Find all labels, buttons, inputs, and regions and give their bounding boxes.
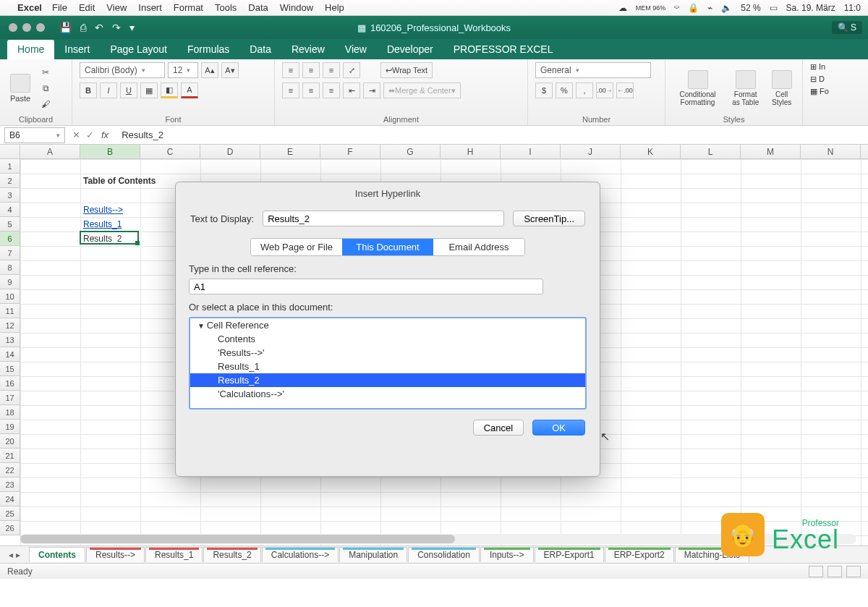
align-top-icon[interactable]: ≡	[282, 62, 299, 78]
align-center-icon[interactable]: ≡	[302, 82, 320, 98]
copy-icon[interactable]: ⧉	[38, 82, 54, 95]
row-header-19[interactable]: 19	[0, 420, 20, 434]
sheet-tab-results-2[interactable]: Results_2	[203, 547, 260, 562]
menu-tools[interactable]: Tools	[215, 2, 237, 13]
text-to-display-input[interactable]	[263, 211, 504, 226]
conditional-formatting-button[interactable]: Conditional Formatting	[673, 69, 723, 108]
cloud-icon[interactable]: ☁	[618, 3, 627, 13]
cancel-button[interactable]: Cancel	[473, 420, 524, 436]
column-header-C[interactable]: C	[140, 145, 200, 158]
row-header-5[interactable]: 5	[0, 217, 20, 232]
document-places-list[interactable]: Cell Reference Contents'Results-->'Resul…	[189, 317, 587, 409]
row-header-8[interactable]: 8	[0, 260, 20, 275]
sheet-tab-results-1[interactable]: Results_1	[145, 547, 203, 562]
tab-review[interactable]: Review	[281, 40, 335, 59]
row-header-16[interactable]: 16	[0, 376, 20, 391]
row-header-25[interactable]: 25	[0, 506, 20, 521]
tab-email-address[interactable]: Email Address	[433, 239, 524, 255]
column-header-L[interactable]: L	[681, 145, 741, 158]
screentip-button[interactable]: ScreenTip...	[513, 211, 585, 226]
sheet-tab-contents[interactable]: Contents	[29, 547, 85, 562]
menu-insert[interactable]: Insert	[138, 2, 162, 13]
normal-view-button[interactable]	[809, 566, 823, 577]
tab-page-layout[interactable]: Page Layout	[100, 40, 177, 59]
tab-home[interactable]: Home	[7, 40, 54, 59]
align-right-icon[interactable]: ≡	[323, 82, 340, 98]
column-header-H[interactable]: H	[441, 145, 501, 158]
tab-view[interactable]: View	[335, 40, 377, 59]
comma-icon[interactable]: ,	[576, 82, 593, 98]
ok-button[interactable]: OK	[532, 420, 585, 436]
tab-professor-excel[interactable]: PROFESSOR EXCEL	[443, 40, 563, 59]
sheet-nav-next-icon[interactable]: ▸	[16, 550, 20, 560]
row-header-12[interactable]: 12	[0, 318, 20, 333]
undo-icon[interactable]: ↶	[95, 22, 103, 33]
sheet-tab-inputs---[interactable]: Inputs-->	[480, 547, 534, 562]
sheet-tab-results---[interactable]: Results-->	[86, 547, 145, 562]
tab-insert[interactable]: Insert	[54, 40, 100, 59]
percent-icon[interactable]: %	[556, 82, 573, 98]
italic-button[interactable]: I	[100, 82, 117, 98]
row-header-2[interactable]: 2	[0, 174, 20, 188]
column-header-B[interactable]: B	[80, 145, 140, 158]
column-header-G[interactable]: G	[380, 145, 441, 158]
row-header-15[interactable]: 15	[0, 362, 20, 376]
sheet-tab-consolidation[interactable]: Consolidation	[408, 547, 480, 562]
sheet-tab-erp-export2[interactable]: ERP-Export2	[605, 547, 674, 562]
paste-button[interactable]: Paste	[7, 72, 33, 104]
menu-view[interactable]: View	[106, 2, 127, 13]
menu-file[interactable]: File	[52, 2, 67, 13]
row-header-23[interactable]: 23	[0, 477, 20, 492]
row-header-10[interactable]: 10	[0, 289, 20, 304]
tab-this-document[interactable]: This Document	[342, 239, 433, 255]
app-name[interactable]: Excel	[17, 2, 42, 13]
fill-color-icon[interactable]: ◧	[161, 82, 178, 98]
column-header-J[interactable]: J	[561, 145, 621, 158]
minimize-window-button[interactable]	[22, 23, 31, 32]
list-item[interactable]: 'Results-->'	[190, 346, 585, 360]
align-middle-icon[interactable]: ≡	[302, 62, 320, 78]
decrease-decimal-icon[interactable]: ←.00	[616, 82, 634, 98]
row-header-4[interactable]: 4	[0, 203, 20, 217]
volume-icon[interactable]: 🔈	[721, 3, 732, 13]
wifi-icon[interactable]: ⌔	[674, 3, 679, 13]
page-layout-view-button[interactable]	[827, 566, 842, 577]
fx-icon[interactable]: fx	[101, 130, 109, 140]
row-header-7[interactable]: 7	[0, 246, 20, 260]
tab-web-page[interactable]: Web Page or File	[251, 239, 342, 255]
font-size-combo[interactable]: 12▾	[168, 62, 198, 78]
merge-center-button[interactable]: ⬌ Merge & Center ▾	[383, 82, 461, 98]
list-header[interactable]: Cell Reference	[190, 318, 585, 332]
row-header-13[interactable]: 13	[0, 333, 20, 347]
number-format-combo[interactable]: General▾	[535, 62, 651, 78]
wrap-text-button[interactable]: ↩ Wrap Text	[380, 62, 433, 78]
menu-format[interactable]: Format	[174, 2, 203, 13]
save-icon[interactable]: 💾	[59, 22, 72, 33]
redo-icon[interactable]: ↷	[112, 22, 121, 33]
sheet-tab-manipulation[interactable]: Manipulation	[339, 547, 407, 562]
menu-edit[interactable]: Edit	[79, 2, 95, 13]
align-bottom-icon[interactable]: ≡	[323, 62, 340, 78]
font-name-combo[interactable]: Calibri (Body)▾	[80, 62, 165, 78]
bluetooth-icon[interactable]: ⌁	[707, 3, 712, 13]
column-header-N[interactable]: N	[801, 145, 861, 158]
row-header-3[interactable]: 3	[0, 188, 20, 203]
sheet-tab-erp-export1[interactable]: ERP-Export1	[535, 547, 604, 562]
decrease-indent-icon[interactable]: ⇤	[343, 82, 360, 98]
increase-decimal-icon[interactable]: .00→	[596, 82, 613, 98]
format-cells-button[interactable]: ▦ Fo	[810, 87, 829, 96]
lock-icon[interactable]: 🔒	[688, 3, 699, 13]
cell-styles-button[interactable]: Cell Styles	[768, 69, 795, 108]
row-header-9[interactable]: 9	[0, 275, 20, 289]
page-break-view-button[interactable]	[846, 566, 861, 577]
delete-cells-button[interactable]: ⊟ D	[810, 75, 825, 84]
row-header-24[interactable]: 24	[0, 492, 20, 506]
cancel-formula-icon[interactable]: ✕	[72, 130, 80, 140]
row-header-21[interactable]: 21	[0, 449, 20, 463]
column-header-M[interactable]: M	[741, 145, 801, 158]
list-item[interactable]: Results_2	[190, 373, 585, 387]
insert-cells-button[interactable]: ⊞ In	[810, 62, 825, 72]
underline-button[interactable]: U	[120, 82, 137, 98]
menu-window[interactable]: Window	[280, 2, 313, 13]
orientation-icon[interactable]: ⤢	[343, 62, 360, 78]
